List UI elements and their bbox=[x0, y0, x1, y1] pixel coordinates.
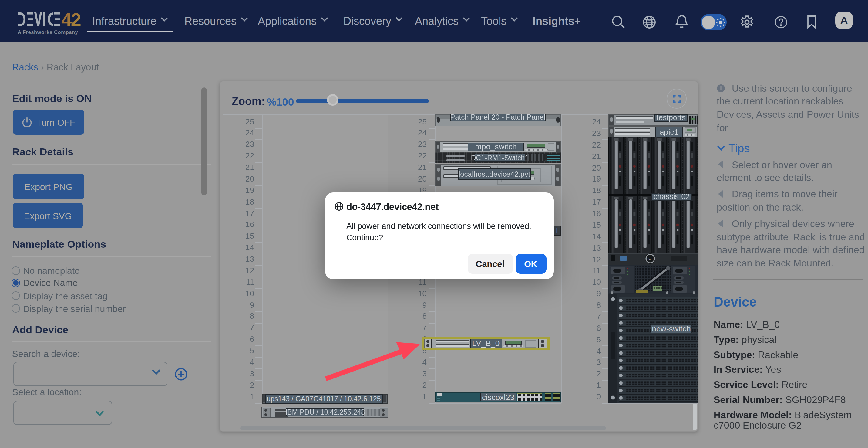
svg-text:DELL: DELL bbox=[646, 258, 654, 261]
svg-text:42: 42 bbox=[61, 12, 81, 27]
